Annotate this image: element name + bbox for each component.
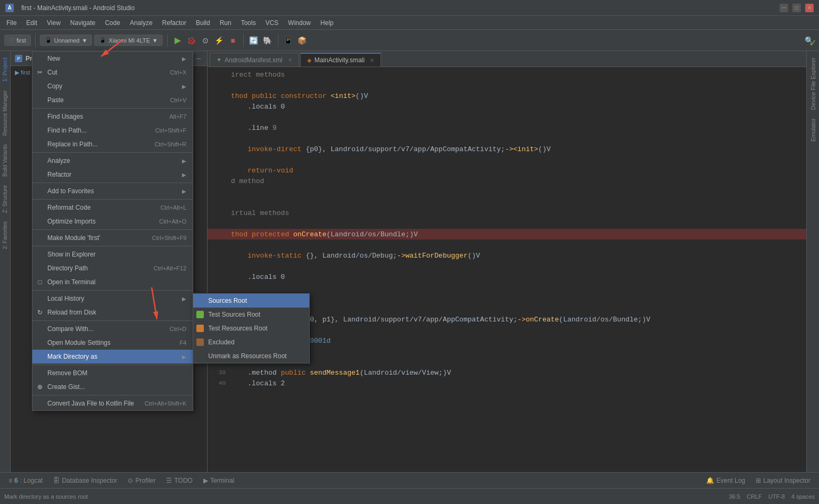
code-line-16: thod protected onCreate(Landroid/os/Bund… [208, 229, 806, 239]
code-line-9 [208, 154, 806, 165]
close-mainactivity[interactable]: ✕ [370, 57, 374, 63]
cm-make-module[interactable]: Make Module 'first' Ctrl+Shift+F9 [32, 231, 193, 245]
tab-mainactivity[interactable]: ◈ MainActivity.smali ✕ [300, 53, 381, 67]
close-androidmanifest[interactable]: ✕ [288, 57, 292, 63]
cm-open-module-settings[interactable]: Open Module Settings F4 [32, 336, 193, 350]
close-btn[interactable]: ✕ [805, 4, 814, 12]
window-controls[interactable]: ─ □ ✕ [780, 4, 814, 12]
status-message: Mark directory as a sources root [4, 493, 88, 500]
device-model-selector[interactable]: 📱 Xiaomi MI 4LTE ▼ [94, 35, 162, 46]
menu-code[interactable]: Code [101, 18, 125, 28]
sidebar-item-resource-manager[interactable]: Resource Manager [1, 86, 9, 140]
cm-find-usages-shortcut: Alt+F7 [169, 113, 186, 120]
cm-compare-with-shortcut: Ctrl+D [170, 326, 186, 332]
code-line-8: invoke-direct {p0}, Landroid/support/v7/… [208, 144, 806, 154]
cm-convert-java-to-kotlin[interactable]: Convert Java File to Kotlin File Ctrl+Al… [32, 396, 193, 410]
menu-edit[interactable]: Edit [22, 18, 42, 28]
sources-root-icon [196, 297, 204, 304]
menu-analyze[interactable]: Analyze [126, 18, 157, 28]
sm-excluded[interactable]: Excluded [193, 335, 309, 349]
debug-button[interactable]: 🐞 [186, 35, 197, 46]
device-manager-button[interactable]: 📱 [283, 35, 294, 46]
toolbar: ⬡ first 📱 Unnamed ▼ 📱 Xiaomi MI 4LTE ▼ ▶… [0, 30, 819, 51]
sm-test-resources-root[interactable]: Test Resources Root [193, 321, 309, 335]
cm-copy-arrow: ▶ [182, 84, 186, 89]
cm-reload-from-disk[interactable]: ↻ Reload from Disk [32, 305, 193, 319]
cm-compare-with[interactable]: Compare With... Ctrl+D [32, 322, 193, 336]
cm-refactor[interactable]: Refactor ▶ [32, 168, 193, 181]
menu-file[interactable]: File [2, 18, 21, 28]
sync-button[interactable]: 🔄 [248, 35, 260, 46]
cm-new-arrow: ▶ [182, 56, 186, 62]
stop-button[interactable]: ■ [227, 35, 239, 46]
cm-show-in-explorer[interactable]: Show in Explorer [32, 247, 193, 261]
sidebar-item-build-variants[interactable]: Build Variants [1, 140, 9, 181]
profile-button[interactable]: ⊙ [200, 35, 211, 46]
cm-new[interactable]: New ▶ [32, 52, 193, 65]
cm-find-in-path[interactable]: Find in Path... Ctrl+Shift+F [32, 123, 193, 137]
todo-btn[interactable]: ☰ TODO [162, 476, 196, 485]
todo-icon: ☰ [166, 477, 172, 484]
smali-icon: ◈ [307, 57, 311, 64]
cm-replace-in-path[interactable]: Replace in Path... Ctrl+Shift+R [32, 137, 193, 151]
sidebar-item-device-file-explorer[interactable]: Device File Explorer [809, 53, 817, 114]
cm-optimize-imports[interactable]: Optimize Imports Ctrl+Alt+O [32, 214, 193, 228]
run-button[interactable]: ▶ [172, 35, 184, 46]
cm-analyze[interactable]: Analyze ▶ [32, 154, 193, 168]
minimize-panel-btn[interactable]: ─ [194, 54, 203, 63]
minimize-btn[interactable]: ─ [780, 4, 788, 12]
cm-find-usages[interactable]: Find Usages Alt+F7 [32, 110, 193, 123]
maximize-btn[interactable]: □ [792, 4, 801, 12]
menu-help[interactable]: Help [316, 18, 338, 28]
cm-cut[interactable]: ✂ Cut Ctrl+X [32, 65, 193, 79]
sm-sources-root[interactable]: Sources Root [193, 294, 309, 308]
event-log-btn[interactable]: 🔔 Event Log [702, 476, 749, 485]
apply-changes-button[interactable]: ⚡ [213, 35, 225, 46]
menu-view[interactable]: View [43, 18, 65, 28]
menu-run[interactable]: Run [216, 18, 236, 28]
cm-reformat-code[interactable]: Reformat Code Ctrl+Alt+L [32, 201, 193, 214]
terminal-btn[interactable]: ▶ Terminal [199, 476, 238, 485]
menu-tools[interactable]: Tools [237, 18, 260, 28]
menu-vcs[interactable]: VCS [261, 18, 283, 28]
line-ending[interactable]: CRLF [747, 493, 762, 500]
cm-directory-path[interactable]: Directory Path Ctrl+Alt+F12 [32, 261, 193, 275]
device-selector[interactable]: 📱 Unnamed ▼ [40, 35, 93, 46]
cursor-position[interactable]: 36:5 [729, 493, 740, 500]
sidebar-item-favorites[interactable]: 2: Favorites [1, 217, 9, 253]
database-inspector-btn[interactable]: 🗄 Database Inspector [49, 476, 121, 485]
tab-androidmanifest[interactable]: ✦ AndroidManifest.xml ✕ [210, 53, 299, 67]
cm-open-in-terminal[interactable]: □ Open in Terminal [32, 275, 193, 289]
layout-inspector-btn[interactable]: ⊞ Layout Inspector [751, 476, 815, 485]
cm-paste[interactable]: Paste Ctrl+V [32, 93, 193, 107]
test-sources-root-icon [196, 311, 204, 318]
cm-copy[interactable]: Copy ▶ [32, 79, 193, 93]
menu-build[interactable]: Build [192, 18, 214, 28]
profiler-btn[interactable]: ⊙ Profiler [123, 476, 160, 485]
sm-test-sources-root[interactable]: Test Sources Root [193, 308, 309, 321]
code-line-12 [208, 186, 806, 197]
logcat-btn[interactable]: ≡ 6: Logcat [4, 476, 47, 485]
sidebar-item-structure[interactable]: Z: Structure [1, 181, 9, 217]
sidebar-item-emulator[interactable]: Emulator [809, 114, 817, 146]
test-resources-root-icon [196, 325, 204, 332]
cm-add-to-favorites[interactable]: Add to Favorites ▶ [32, 184, 193, 198]
sdk-manager-button[interactable]: 📦 [296, 35, 308, 46]
cm-create-gist-label: Create Gist... [47, 383, 85, 391]
cm-remove-bom[interactable]: Remove BOM [32, 366, 193, 380]
menu-navigate[interactable]: Navigate [66, 18, 100, 28]
menu-window[interactable]: Window [284, 18, 315, 28]
menu-refactor[interactable]: Refactor [158, 18, 191, 28]
tab-androidmanifest-label: AndroidManifest.xml [225, 56, 283, 64]
code-editor[interactable]: irect methods thod public constructor <i… [208, 67, 806, 472]
app-selector[interactable]: ⬡ first [4, 35, 31, 46]
cm-local-history[interactable]: Local History ▶ [32, 292, 193, 305]
indent[interactable]: 4 spaces [791, 493, 815, 500]
cm-mark-directory-as[interactable]: Mark Directory as ▶ Sources Root Test So… [32, 350, 193, 363]
sidebar-item-project[interactable]: 1: Project [1, 53, 9, 86]
gradle-button[interactable]: 🐘 [262, 35, 274, 46]
cm-create-gist[interactable]: ⊕ Create Gist... [32, 380, 193, 394]
sm-unmark-as-resources-root[interactable]: Unmark as Resources Root [193, 349, 309, 363]
submenu: Sources Root Test Sources Root Test Reso… [193, 293, 310, 363]
encoding[interactable]: UTF-8 [768, 493, 785, 500]
